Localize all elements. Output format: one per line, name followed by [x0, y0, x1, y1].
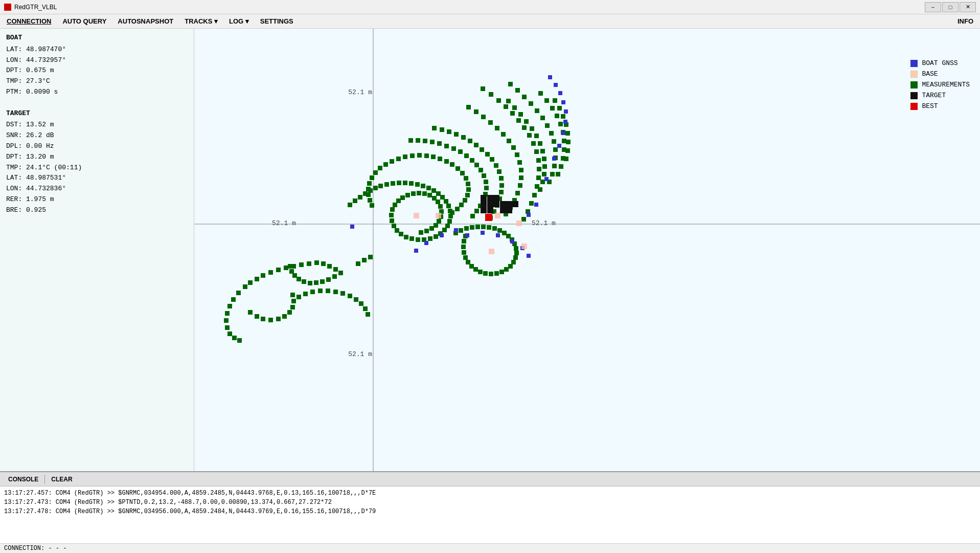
target-snr: SNR: 26.2 dB — [6, 130, 188, 141]
menu-autoquery[interactable]: AUTO QUERY — [58, 15, 111, 27]
svg-rect-54 — [318, 289, 323, 293]
clear-button[interactable]: CLEAR — [47, 475, 76, 484]
svg-rect-288 — [508, 264, 513, 269]
svg-rect-79 — [421, 184, 425, 188]
svg-rect-289 — [504, 267, 509, 272]
svg-rect-189 — [432, 126, 437, 130]
svg-rect-183 — [474, 143, 478, 147]
svg-rect-59 — [354, 297, 358, 302]
svg-rect-308 — [465, 233, 469, 237]
svg-rect-185 — [461, 135, 466, 140]
menu-info[interactable]: INFO — [953, 15, 978, 27]
svg-rect-237 — [506, 99, 511, 103]
svg-rect-48 — [290, 305, 295, 309]
svg-rect-278 — [492, 226, 497, 231]
svg-rect-293 — [483, 271, 488, 276]
map-svg: 52.1 m 52.1 m 52.1 m 52.1 m — [194, 29, 980, 471]
svg-rect-27 — [302, 279, 306, 284]
svg-rect-143 — [378, 166, 382, 170]
svg-rect-328 — [495, 213, 500, 218]
svg-rect-318 — [557, 144, 561, 148]
svg-rect-82 — [436, 191, 441, 196]
menu-connection[interactable]: CONNECTION — [2, 15, 56, 27]
close-button[interactable]: ✕ — [960, 2, 976, 12]
svg-rect-122 — [450, 210, 454, 215]
svg-rect-306 — [440, 233, 444, 237]
svg-rect-74 — [391, 181, 395, 186]
svg-rect-260 — [550, 106, 555, 110]
svg-rect-16 — [307, 261, 311, 266]
target-lat: LAT: 48.987531° — [6, 173, 188, 184]
svg-rect-340 — [487, 207, 493, 213]
svg-rect-184 — [468, 139, 472, 143]
menu-settings[interactable]: SETTINGS — [256, 15, 298, 27]
svg-rect-248 — [529, 101, 533, 106]
svg-rect-144 — [373, 170, 378, 175]
svg-rect-198 — [515, 152, 519, 157]
map-area[interactable]: BOAT GNSS BASE MEASUREMENTS TARGET BEST — [194, 29, 980, 471]
svg-rect-156 — [484, 186, 489, 190]
console-button[interactable]: CONSOLE — [4, 475, 42, 484]
svg-rect-197 — [517, 160, 522, 165]
svg-rect-40 — [237, 338, 242, 343]
menu-autosnapshot[interactable]: AUTOSNAPSHOT — [113, 15, 178, 27]
svg-rect-274 — [470, 225, 474, 230]
svg-rect-120 — [424, 229, 429, 233]
console-output[interactable]: 13:17:27.457: COM4 (RedGTR) >> $GNRMC,03… — [0, 486, 980, 543]
maximize-button[interactable]: □ — [942, 2, 959, 12]
menu-log[interactable]: LOG ▾ — [224, 15, 254, 27]
svg-rect-229 — [542, 157, 546, 161]
minimize-button[interactable]: − — [925, 2, 941, 12]
svg-rect-290 — [499, 270, 504, 274]
svg-rect-22 — [332, 274, 337, 279]
svg-rect-303 — [350, 225, 354, 229]
legend-best: BEST — [910, 102, 970, 110]
svg-rect-53 — [310, 290, 315, 294]
console-separator — [44, 475, 45, 484]
svg-rect-30 — [289, 269, 294, 274]
svg-rect-99 — [395, 228, 399, 233]
svg-rect-130 — [460, 171, 465, 175]
svg-rect-324 — [554, 83, 558, 87]
svg-rect-268 — [561, 114, 565, 119]
svg-rect-300 — [461, 245, 466, 249]
menu-tracks[interactable]: TRACKS ▾ — [180, 15, 222, 27]
svg-rect-266 — [565, 131, 570, 136]
titlebar-controls: − □ ✕ — [925, 2, 976, 12]
svg-rect-336 — [487, 201, 493, 207]
svg-rect-221 — [504, 104, 508, 109]
svg-rect-117 — [437, 219, 441, 224]
legend-label-boat-gnss: BOAT GNSS — [922, 59, 958, 67]
svg-rect-301 — [462, 239, 466, 244]
main-content: BOAT LAT: 48.987470° LON: 44.732957° DPT… — [0, 29, 980, 471]
svg-rect-286 — [513, 255, 518, 260]
svg-rect-71 — [373, 186, 378, 190]
svg-rect-252 — [556, 172, 560, 176]
svg-rect-239 — [550, 172, 555, 176]
svg-rect-24 — [320, 279, 325, 284]
svg-rect-169 — [416, 138, 420, 143]
svg-rect-125 — [463, 198, 467, 203]
svg-rect-204 — [481, 115, 486, 119]
svg-rect-78 — [415, 182, 420, 187]
svg-rect-231 — [538, 141, 542, 146]
svg-rect-89 — [445, 224, 450, 228]
legend-color-base — [910, 71, 918, 78]
svg-rect-58 — [348, 294, 352, 298]
svg-rect-92 — [434, 234, 438, 239]
svg-rect-182 — [480, 147, 484, 152]
svg-rect-141 — [390, 159, 394, 164]
titlebar-left: RedGTR_VLBL — [4, 4, 57, 11]
svg-rect-142 — [383, 162, 388, 167]
svg-rect-195 — [519, 175, 523, 180]
svg-rect-199 — [511, 145, 516, 150]
svg-rect-275 — [475, 225, 480, 229]
svg-rect-325 — [548, 75, 552, 79]
svg-rect-307 — [454, 228, 458, 232]
svg-rect-251 — [508, 82, 513, 86]
svg-rect-313 — [527, 254, 531, 258]
svg-rect-279 — [497, 228, 502, 233]
svg-rect-136 — [424, 153, 429, 158]
svg-rect-119 — [429, 226, 434, 231]
console-area: CONSOLE CLEAR 13:17:27.457: COM4 (RedGTR… — [0, 471, 980, 553]
